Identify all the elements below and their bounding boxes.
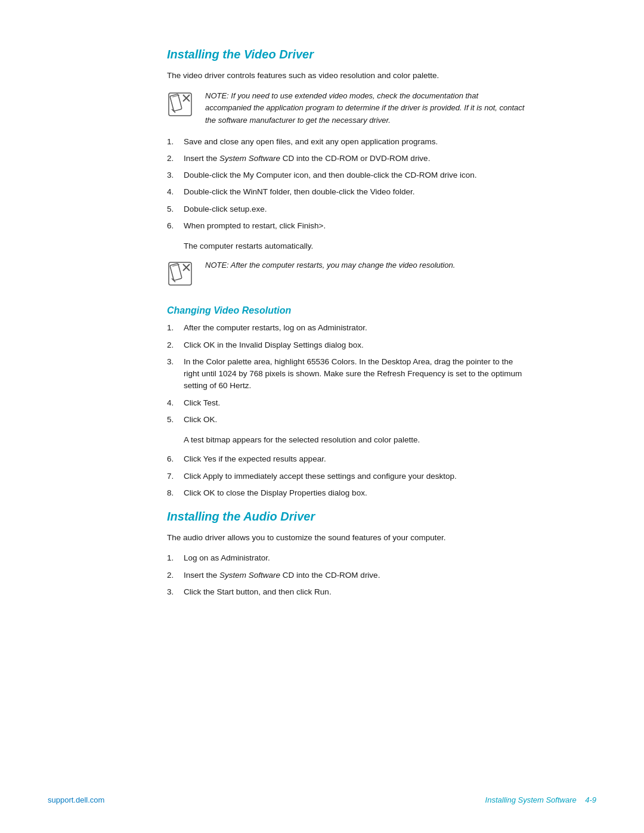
note-icon-2 <box>167 261 196 289</box>
audio-step-3-text: Click the Start button, and then click R… <box>184 586 332 598</box>
cv-step-1-text: After the computer restarts, log on as A… <box>184 322 367 334</box>
cv-step-5: 5. Click OK. <box>167 414 525 426</box>
cv-step-7-text: Click Apply to immediately accept these … <box>184 470 457 482</box>
cv-step-8-text: Click OK to close the Display Properties… <box>184 487 367 499</box>
note-block-2: NOTE: After the computer restarts, you m… <box>167 259 525 289</box>
note-text-1: NOTE: If you need to use extended video … <box>205 90 525 126</box>
note-text-2: NOTE: After the computer restarts, you m… <box>205 259 455 271</box>
cv-step-6: 6. Click Yes if the expected results app… <box>167 453 525 465</box>
changing-video-steps-list: 1. After the computer restarts, log on a… <box>167 322 525 426</box>
note-icon-1 <box>167 91 196 119</box>
audio-step-3: 3. Click the Start button, and then clic… <box>167 586 525 598</box>
cv-step-4: 4. Click Test. <box>167 397 525 409</box>
footer: support.dell.com Installing System Softw… <box>0 795 644 804</box>
changing-video-section: Changing Video Resolution 1. After the c… <box>167 305 525 499</box>
footer-link[interactable]: support.dell.com <box>48 795 104 804</box>
cv-step-2: 2. Click OK in the Invalid Display Setti… <box>167 339 525 351</box>
video-step-6: 6. When prompted to restart, click Finis… <box>167 220 525 232</box>
video-driver-title: Installing the Video Driver <box>167 48 525 61</box>
footer-section-label: Installing System Software <box>485 795 577 804</box>
audio-step-1-text: Log on as Administrator. <box>184 552 270 564</box>
audio-driver-intro: The audio driver allows you to customize… <box>167 532 525 544</box>
system-software-italic-2: System Software <box>219 571 280 580</box>
video-step-4: 4. Double-click the WinNT folder, then d… <box>167 186 525 198</box>
cv-step-4-text: Click Test. <box>184 397 220 409</box>
audio-steps-list: 1. Log on as Administrator. 2. Insert th… <box>167 552 525 598</box>
audio-driver-section: Installing the Audio Driver The audio dr… <box>167 510 525 598</box>
audio-driver-title: Installing the Audio Driver <box>167 510 525 524</box>
audio-step-1: 1. Log on as Administrator. <box>167 552 525 564</box>
video-step-1: 1. Save and close any open files, and ex… <box>167 136 525 148</box>
audio-step-2-text: Insert the System Software CD into the C… <box>184 569 380 581</box>
restart-note: The computer restarts automatically. <box>184 240 525 252</box>
changing-video-steps-list-2: 6. Click Yes if the expected results app… <box>167 453 525 499</box>
video-step-3: 3. Double-click the My Computer icon, an… <box>167 169 525 181</box>
content-area: Installing the Video Driver The video dr… <box>167 48 525 598</box>
video-driver-intro: The video driver controls features such … <box>167 70 525 82</box>
page: Installing the Video Driver The video dr… <box>0 0 644 833</box>
video-step-2: 2. Insert the System Software CD into th… <box>167 153 525 165</box>
video-step-4-text: Double-click the WinNT folder, then doub… <box>184 186 414 198</box>
note-block-1: NOTE: If you need to use extended video … <box>167 90 525 126</box>
cv-step-3: 3. In the Color palette area, highlight … <box>167 356 525 392</box>
system-software-italic-1: System Software <box>219 154 280 163</box>
video-step-5-text: Dobule-click setup.exe. <box>184 203 267 215</box>
svg-rect-0 <box>170 94 182 112</box>
test-note: A test bitmap appears for the selected r… <box>184 434 525 446</box>
audio-step-2: 2. Insert the System Software CD into th… <box>167 569 525 581</box>
footer-right: Installing System Software 4-9 <box>485 795 596 804</box>
video-step-5: 5. Dobule-click setup.exe. <box>167 203 525 215</box>
video-step-1-text: Save and close any open files, and exit … <box>184 136 438 148</box>
cv-step-3-text: In the Color palette area, highlight 655… <box>184 356 525 392</box>
cv-step-6-text: Click Yes if the expected results appear… <box>184 453 326 465</box>
video-step-3-text: Double-click the My Computer icon, and t… <box>184 169 476 181</box>
cv-step-5-text: Click OK. <box>184 414 217 426</box>
video-driver-section: Installing the Video Driver The video dr… <box>167 48 525 289</box>
footer-page-num: 4-9 <box>585 795 596 804</box>
video-step-2-text: Insert the System Software CD into the C… <box>184 153 430 165</box>
pencil-cross-icon <box>167 91 193 117</box>
svg-rect-6 <box>170 264 182 281</box>
cv-step-2-text: Click OK in the Invalid Display Settings… <box>184 339 364 351</box>
video-step-6-text: When prompted to restart, click Finish>. <box>184 220 326 232</box>
cv-step-1: 1. After the computer restarts, log on a… <box>167 322 525 334</box>
cv-step-8: 8. Click OK to close the Display Propert… <box>167 487 525 499</box>
pencil-cross-icon-2 <box>167 261 193 287</box>
video-steps-list: 1. Save and close any open files, and ex… <box>167 136 525 233</box>
cv-step-7: 7. Click Apply to immediately accept the… <box>167 470 525 482</box>
changing-video-title: Changing Video Resolution <box>167 305 525 316</box>
